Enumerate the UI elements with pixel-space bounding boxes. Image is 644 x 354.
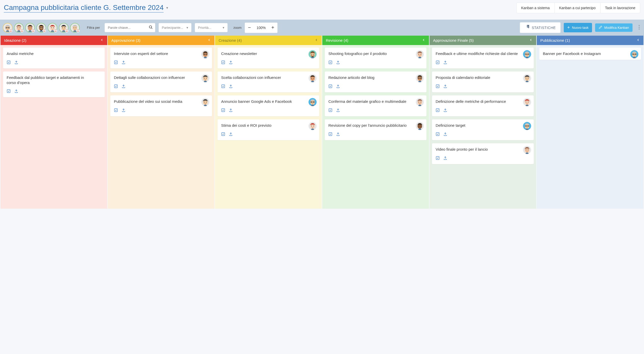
task-card[interactable]: Video finale pronto per il lancio [432, 143, 534, 164]
upload-icon[interactable] [122, 108, 126, 113]
column-body[interactable]: Interviste con esperti del settoreDettag… [108, 45, 214, 209]
task-card[interactable]: Annuncio banner Google Ads e Facebook [218, 95, 319, 116]
assignee-avatar[interactable] [308, 98, 317, 106]
assignee-avatar[interactable] [308, 50, 317, 58]
upload-icon[interactable] [443, 84, 447, 89]
board-title[interactable]: Campagna pubblicitaria cliente G. Settem… [4, 4, 164, 12]
upload-icon[interactable] [443, 156, 447, 161]
checklist-icon[interactable] [221, 108, 225, 113]
upload-icon[interactable] [14, 89, 18, 94]
upload-icon[interactable] [14, 60, 18, 65]
assignee-avatar[interactable] [416, 50, 424, 58]
upload-icon[interactable] [229, 84, 233, 89]
task-card[interactable]: Shooting fotografico per il prodotto [325, 48, 426, 68]
team-avatar[interactable] [36, 23, 46, 33]
priority-select[interactable]: Priorità... ▾ [195, 23, 228, 32]
assignee-avatar[interactable] [308, 74, 317, 82]
upload-icon[interactable] [336, 60, 340, 65]
task-card[interactable]: Stima dei costi e ROI previsto [218, 119, 319, 140]
assignee-avatar[interactable] [201, 98, 209, 106]
upload-icon[interactable] [229, 132, 233, 137]
checklist-icon[interactable] [114, 84, 118, 89]
more-menu-button[interactable] [636, 25, 643, 31]
assignee-avatar[interactable] [308, 122, 317, 130]
task-card[interactable]: Scelta collaborazioni con influencer [218, 72, 319, 92]
upload-icon[interactable] [443, 108, 447, 113]
team-avatar[interactable] [59, 23, 69, 33]
assignee-avatar[interactable] [523, 122, 531, 130]
assignee-avatar[interactable] [523, 98, 531, 106]
task-card[interactable]: Banner per Facebook e Instagram [539, 48, 641, 60]
upload-icon[interactable] [443, 60, 447, 65]
column-body[interactable]: Shooting fotografico per il prodottoReda… [322, 45, 429, 209]
upload-icon[interactable] [336, 108, 340, 113]
task-card[interactable]: Definizione delle metriche di performanc… [432, 95, 534, 116]
checklist-icon[interactable] [328, 108, 332, 113]
column-header[interactable]: Ideazione (2) [1, 36, 107, 45]
upload-icon[interactable] [229, 60, 233, 65]
checklist-icon[interactable] [436, 60, 440, 65]
task-card[interactable]: Proposta di calendario editoriale [432, 72, 534, 92]
participant-select[interactable]: Partecipante... ▾ [158, 23, 192, 32]
upload-icon[interactable] [122, 60, 126, 65]
zoom-out-button[interactable]: − [245, 23, 254, 33]
column-header[interactable]: Revisione (4) [322, 36, 429, 45]
title-dropdown-caret[interactable]: ▼ [166, 6, 169, 10]
assignee-avatar[interactable] [201, 74, 209, 82]
upload-icon[interactable] [229, 108, 233, 113]
task-card[interactable]: Definizione target [432, 119, 534, 140]
task-card[interactable]: Conferma del materiale grafico e multime… [325, 95, 426, 116]
task-card[interactable]: Creazione newsletter [218, 48, 319, 68]
task-card[interactable]: Pubblicazione del video sui social media [110, 95, 212, 116]
column-header[interactable]: Creazione (4) [215, 36, 322, 45]
checklist-icon[interactable] [114, 60, 118, 65]
assignee-avatar[interactable] [523, 146, 531, 154]
checklist-icon[interactable] [7, 60, 11, 65]
upload-icon[interactable] [336, 84, 340, 89]
column-header[interactable]: Pubblicazione (1) [537, 36, 643, 45]
assignee-avatar[interactable] [416, 98, 424, 106]
tab-kanban-sistema[interactable]: Kanban a sistema [517, 3, 555, 13]
checklist-icon[interactable] [221, 60, 225, 65]
task-card[interactable]: Feedback e ultime modifiche richieste da… [432, 48, 534, 68]
task-card[interactable]: Redazione articolo del blog [325, 72, 426, 92]
checklist-icon[interactable] [328, 60, 332, 65]
column-header[interactable]: Approvazione (3) [108, 36, 214, 45]
team-avatar[interactable] [25, 23, 35, 33]
assignee-avatar[interactable] [523, 74, 531, 82]
column-body[interactable]: Analisi metricheFeedback dal pubblico ta… [1, 45, 107, 209]
task-card[interactable]: Interviste con esperti del settore [110, 48, 212, 68]
team-avatar[interactable] [70, 23, 80, 33]
checklist-icon[interactable] [436, 132, 440, 137]
checklist-icon[interactable] [328, 84, 332, 89]
checklist-icon[interactable] [436, 108, 440, 113]
column-body[interactable]: Feedback e ultime modifiche richieste da… [430, 45, 536, 209]
checklist-icon[interactable] [436, 156, 440, 161]
upload-icon[interactable] [443, 132, 447, 137]
tab-kanban-partecipo[interactable]: Kanban a cui partecipo [555, 3, 600, 13]
team-avatar[interactable] [3, 23, 12, 33]
assignee-avatar[interactable] [201, 50, 209, 58]
assignee-avatar[interactable] [416, 74, 424, 82]
task-card[interactable]: Feedback dal pubblico target e adattamen… [3, 72, 105, 97]
assignee-avatar[interactable] [416, 122, 424, 130]
assignee-avatar[interactable] [523, 50, 531, 58]
checklist-icon[interactable] [221, 132, 225, 137]
checklist-icon[interactable] [7, 89, 11, 94]
tab-task-lavorazione[interactable]: Task in lavorazione [600, 3, 640, 13]
zoom-in-button[interactable]: + [268, 23, 277, 33]
search-input[interactable] [104, 23, 155, 32]
column-header[interactable]: Approvazione Finale (5) [430, 36, 536, 45]
task-card[interactable]: Revisione del copy per l'annuncio pubbli… [325, 119, 426, 140]
checklist-icon[interactable] [221, 84, 225, 89]
task-card[interactable]: Analisi metriche [3, 48, 105, 68]
task-card[interactable]: Dettagli sulle collaborazioni con influe… [110, 72, 212, 92]
upload-icon[interactable] [336, 132, 340, 137]
team-avatar[interactable] [48, 23, 57, 33]
edit-kanban-button[interactable]: Modifica Kanban [595, 23, 633, 32]
search-icon[interactable] [149, 25, 153, 30]
assignee-avatar[interactable] [630, 50, 638, 58]
checklist-icon[interactable] [436, 84, 440, 89]
column-body[interactable]: Creazione newsletterScelta collaborazion… [215, 45, 322, 209]
new-task-button[interactable]: + Nuovo task [564, 23, 592, 33]
